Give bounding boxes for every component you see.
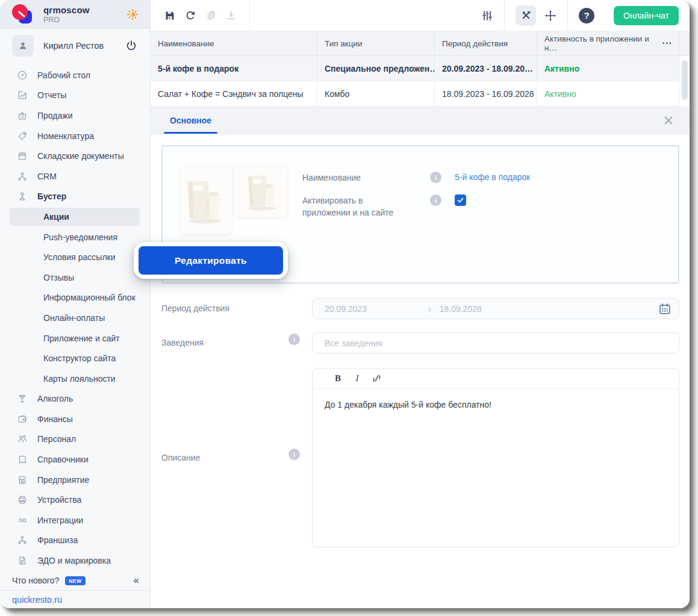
period-input[interactable]: 20.09.2023 › 18.09.2028 (312, 298, 679, 319)
period-label: Период действия (161, 303, 229, 313)
sidebar-item-label: Справочники (37, 455, 89, 464)
whats-new-label: Что нового? (12, 576, 59, 585)
sidebar-item-reports[interactable]: Отчеты (0, 86, 150, 106)
workspace-info: qrmoscow PRO (43, 5, 126, 24)
tools-icon[interactable] (516, 5, 536, 26)
sidebar: qrmoscow PRO (0, 0, 151, 608)
sidebar-item-label: Отчеты (37, 90, 66, 100)
sidebar-item-nomenclature[interactable]: Номенклатура (0, 126, 150, 146)
finance-icon (17, 414, 28, 425)
detail-tabbar: Основное (151, 107, 690, 134)
sidebar-item-label: Отзывы (43, 273, 74, 282)
column-header-period[interactable]: Период действия (435, 31, 537, 56)
sidebar-item-site-builder[interactable]: Конструктор сайта (0, 348, 150, 369)
name-field-row: Наименование i 5-й кофе в подарок (302, 172, 661, 184)
site-link[interactable]: quickresto.ru (0, 590, 150, 608)
sidebar-item-alcohol[interactable]: Алкоголь (0, 389, 150, 409)
bold-icon[interactable]: B (331, 372, 345, 386)
sidebar-item-reviews[interactable]: Отзывы (0, 267, 150, 288)
calendar-icon[interactable] (658, 302, 672, 316)
sidebar-item-label: Интеграции (37, 515, 83, 525)
workspace-header: qrmoscow PRO (0, 0, 150, 29)
column-header-name[interactable]: Наименование (151, 31, 317, 56)
toolbar: ? Онлайн-чат (151, 0, 690, 31)
sidebar-item-dashboard[interactable]: Рабочий стол (0, 65, 150, 86)
info-icon[interactable]: i (288, 334, 300, 345)
status-badge: Активно (537, 56, 679, 81)
summary-fields: Наименование i 5-й кофе в подарок Активи… (302, 172, 661, 229)
sidebar-item-push-notifications[interactable]: Push-уведомления (0, 227, 150, 247)
sidebar-item-mailing-terms[interactable]: Условия рассылки (0, 247, 150, 267)
sidebar-item-label: Акции (43, 212, 69, 222)
close-icon[interactable] (662, 114, 675, 126)
sidebar-item-enterprise[interactable]: Предприятие (0, 470, 150, 490)
app-window: qrmoscow PRO (0, 0, 690, 608)
dashboard-icon (17, 70, 28, 81)
logout-power-icon[interactable] (125, 39, 138, 52)
description-text[interactable]: До 1 декабря каждый 5-й кофе бесплатно! (313, 389, 679, 420)
sidebar-item-booster[interactable]: Бустер (0, 187, 150, 207)
screenshot-stage: qrmoscow PRO (0, 0, 698, 616)
period-to-value: 18.09.2028 (440, 304, 482, 314)
sidebar-item-loyalty-cards[interactable]: Карты лояльности (0, 369, 150, 389)
sidebar-item-franchise[interactable]: Франшиза (0, 530, 150, 551)
sidebar-item-info-block[interactable]: Информационный блок (0, 288, 150, 308)
sidebar-item-label: Карты лояльности (43, 374, 116, 384)
column-header-type[interactable]: Тип акции (317, 31, 435, 56)
franchise-icon (17, 535, 28, 546)
promos-table: Наименование Тип акции Период действия А… (151, 31, 690, 107)
italic-icon[interactable]: I (350, 372, 364, 386)
detail-panel: Наименование i 5-й кофе в подарок Активи… (151, 134, 690, 608)
cell-type: Комбо (317, 81, 435, 107)
refresh-icon[interactable] (184, 10, 196, 22)
sidebar-item-online-payments[interactable]: Онлайн-оплаты (0, 308, 150, 328)
sidebar-item-handbooks[interactable]: Справочники (0, 449, 150, 470)
column-header-activity[interactable]: Активность в приложении и н… ••• (537, 31, 679, 56)
sidebar-nav: Рабочий столОтчетыПродажиНоменклатураСкл… (0, 63, 150, 571)
whats-new-row[interactable]: Что нового? NEW « (0, 571, 150, 590)
link-icon[interactable] (369, 372, 384, 386)
description-editor[interactable]: B I До 1 декабря каждый 5-й кофе бесплат… (312, 368, 679, 547)
online-chat-button[interactable]: Онлайн-чат (614, 6, 679, 25)
sidebar-item-devices[interactable]: Устройства (0, 490, 150, 510)
tab-main[interactable]: Основное (164, 107, 217, 134)
toolbar-right-group: ? Онлайн-чат (470, 0, 690, 31)
sidebar-item-label: Складские документы (37, 151, 124, 161)
sidebar-item-finance[interactable]: Финансы (0, 409, 150, 429)
sidebar-item-stock-docs[interactable]: Складские документы (0, 146, 150, 166)
info-icon[interactable]: i (430, 172, 441, 183)
sidebar-item-promos[interactable]: Акции (0, 207, 150, 227)
info-icon[interactable]: i (288, 449, 300, 460)
sidebar-item-label: Финансы (37, 414, 73, 424)
info-icon[interactable]: i (430, 194, 441, 206)
edit-button[interactable]: Редактировать (139, 246, 283, 275)
table-row[interactable]: Салат + Кофе = Сэндвич за полцены Комбо … (151, 81, 690, 107)
sidebar-item-crm[interactable]: CRM (0, 166, 150, 187)
table-scrollbar-thumb[interactable] (682, 60, 688, 100)
venues-input[interactable]: Все заведения (312, 332, 679, 353)
column-settings-icon[interactable] (481, 10, 493, 22)
sidebar-item-label: Условия рассылки (43, 252, 116, 262)
theme-toggle-sun-icon[interactable] (126, 8, 139, 21)
move-icon[interactable] (544, 10, 556, 22)
toolbar-left-group (151, 0, 250, 31)
alcohol-icon (17, 393, 28, 404)
tools-group (504, 0, 567, 31)
activate-checkbox[interactable] (455, 194, 466, 206)
venues-placeholder: Все заведения (325, 338, 382, 348)
save-icon[interactable] (164, 10, 176, 22)
sidebar-item-edo[interactable]: ЭДО и маркировка (0, 550, 150, 571)
sidebar-item-sales[interactable]: Продажи (0, 105, 150, 126)
promo-image[interactable] (235, 165, 287, 217)
user-row[interactable]: Кирилл Рестов (0, 29, 150, 63)
collapse-sidebar-icon[interactable]: « (134, 574, 139, 586)
promo-image[interactable] (180, 166, 232, 234)
sidebar-item-staff[interactable]: Персонал (0, 429, 150, 450)
promo-name-value[interactable]: 5-й кофе в подарок (455, 172, 530, 183)
sidebar-item-integrations[interactable]: Интеграции (0, 510, 150, 530)
handbook-icon (17, 454, 28, 465)
table-row[interactable]: 5-й кофе в подарок Специальное предложен… (151, 56, 690, 81)
sidebar-item-app-and-site[interactable]: Приложение и сайт (0, 328, 150, 349)
help-icon[interactable]: ? (579, 8, 594, 23)
table-more-icon[interactable]: ••• (662, 40, 673, 46)
